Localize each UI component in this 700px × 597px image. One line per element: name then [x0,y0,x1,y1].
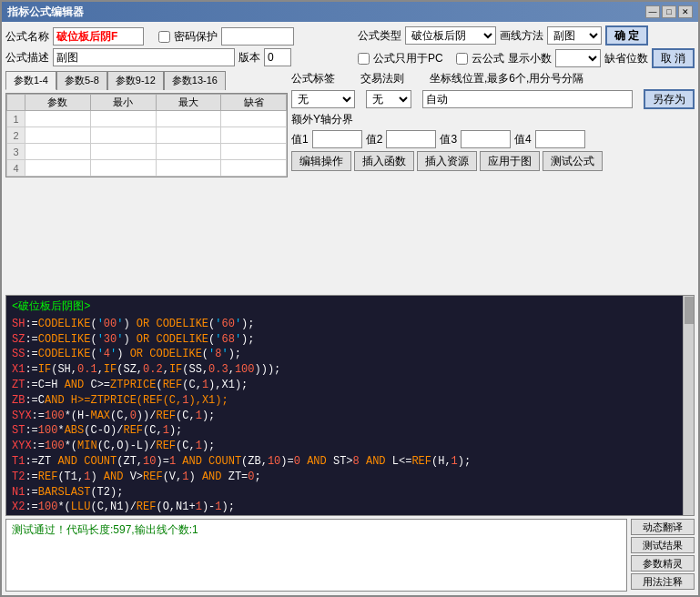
row-2-max [156,127,221,144]
password-input[interactable] [221,27,294,46]
cancel-button[interactable]: 取 消 [652,48,695,68]
table-row: 4 [7,160,287,177]
param-tips-button[interactable]: 参数精灵 [631,555,695,572]
y-axis-values-row: 值1 值2 值3 值4 [291,130,695,148]
col-max-header: 最大 [156,95,221,111]
title-bar-buttons: — □ ✕ [645,5,693,18]
val4-input[interactable] [535,130,585,148]
dynamic-translate-button[interactable]: 动态翻译 [631,519,695,535]
formula-desc-input[interactable] [53,48,235,66]
minimize-button[interactable]: — [645,5,660,18]
test-results-button[interactable]: 测试结果 [631,537,695,553]
formula-type-select[interactable]: 破位板后阴 [405,26,496,45]
apply-to-chart-button[interactable]: 应用于图 [480,151,540,171]
pc-only-checkbox[interactable] [358,53,370,65]
right-panel: 公式标签 交易法则 坐标线位置,最多6个,用分号分隔 无 无 [291,71,695,292]
row-1-max [156,111,221,127]
trade-rule-select[interactable]: 无 [366,90,411,108]
formula-tag-controls-row: 无 无 另存为 [291,89,695,109]
row-4-param-input[interactable] [26,163,89,174]
col-num-header [7,95,25,111]
row-1-default-input[interactable] [222,114,285,125]
code-editor-section: <破位板后阴图>SH:=CODELIKE('00') OR CODELIKE('… [5,295,695,516]
version-input[interactable] [264,48,291,66]
row-4-min-input[interactable] [92,163,155,174]
col-default-header: 缺省 [221,95,287,111]
row-2-default-input[interactable] [222,130,285,141]
row-3-max [156,144,221,160]
tab-params-13-16[interactable]: 参数13-16 [164,71,226,90]
formula-name-row: 公式名称 密码保护 [5,27,354,46]
row-1-param [25,111,91,127]
row-4-default [221,160,287,177]
formula-type-label: 公式类型 [358,28,401,44]
val3-label: 值3 [440,132,457,147]
password-checkbox[interactable] [158,31,170,43]
type-method-row: 公式类型 破位板后阴 画线方法 副图 确 定 [358,25,695,46]
tab-params-5-8[interactable]: 参数5-8 [56,71,107,90]
formula-name-label: 公式名称 [5,29,49,45]
status-text: 测试通过！代码长度:597,输出线个数:1 [12,523,198,536]
insert-resource-button[interactable]: 插入资源 [417,151,477,171]
password-label: 密码保护 [174,29,218,45]
tab-params-9-12[interactable]: 参数9-12 [107,71,164,90]
row-1-param-input[interactable] [26,114,89,125]
row-2-param-input[interactable] [26,130,89,141]
y-axis-row: 额外Y轴分界 [291,112,695,127]
row-2-default [221,127,287,144]
table-row: 3 [7,144,287,160]
insert-func-button[interactable]: 插入函数 [354,151,414,171]
row-3-param [25,144,91,160]
display-decimal-select[interactable] [555,49,601,67]
row-3-default-input[interactable] [222,147,285,157]
draw-method-select[interactable]: 副图 [547,26,602,45]
row-1-min-input[interactable] [92,114,155,125]
confirm-button[interactable]: 确 定 [605,25,648,46]
params-tabs: 参数1-4 参数5-8 参数9-12 参数13-16 [5,71,288,90]
code-area-wrapper: <破位板后阴图>SH:=CODELIKE('00') OR CODELIKE('… [5,295,695,516]
formula-desc-row: 公式描述 版本 [5,48,354,66]
row-1-max-input[interactable] [157,114,220,125]
default-decimal-label: 缺省位数 [604,51,648,66]
coord-input[interactable] [422,90,633,108]
val3-input[interactable] [461,130,511,148]
row-4-max [156,160,221,177]
code-editor[interactable]: <破位板后阴图>SH:=CODELIKE('00') OR CODELIKE('… [6,296,694,515]
formula-name-input[interactable] [53,27,144,46]
params-table: 参数 最小 最大 缺省 1 [6,94,287,177]
row-4-default-input[interactable] [222,163,285,174]
test-formula-button[interactable]: 测试公式 [543,151,603,171]
row-3-max-input[interactable] [157,147,220,157]
vertical-scrollbar[interactable] [683,296,694,515]
row-3-min-input[interactable] [92,147,155,157]
col-param-header: 参数 [25,95,91,111]
scrollbar-thumb[interactable] [685,297,694,324]
row-3-param-input[interactable] [26,147,89,157]
left-panel: 参数1-4 参数5-8 参数9-12 参数13-16 参数 最小 最大 [5,71,288,292]
edit-op-button[interactable]: 编辑操作 [291,151,351,171]
val2-input[interactable] [386,130,436,148]
maximize-button[interactable]: □ [662,5,676,18]
y-axis-label: 额外Y轴分界 [291,112,353,127]
val1-input[interactable] [312,130,362,148]
tab-params-1-4[interactable]: 参数1-4 [5,71,56,90]
row-4-max-input[interactable] [157,163,220,174]
middle-area: 参数1-4 参数5-8 参数9-12 参数13-16 参数 最小 最大 [5,71,695,292]
coord-label: 坐标线位置,最多6个,用分号分隔 [430,71,583,86]
row-2-max-input[interactable] [157,130,220,141]
row-1-default [221,111,287,127]
draw-method-label: 画线方法 [500,28,543,44]
row-3-num: 3 [7,144,25,160]
pc-only-label: 公式只用于PC [373,51,443,66]
cloud-formula-checkbox[interactable] [456,53,468,65]
row-2-param [25,127,91,144]
bottom-panel: 测试通过！代码长度:597,输出线个数:1 动态翻译 测试结果 参数精灵 用法注… [5,519,695,592]
cloud-formula-label: 云公式 [472,51,504,66]
formula-tag-select[interactable]: 无 [291,90,355,108]
status-area: 测试通过！代码长度:597,输出线个数:1 [5,519,627,592]
save-as-button[interactable]: 另存为 [644,89,695,109]
close-button[interactable]: ✕ [678,5,693,18]
usage-notes-button[interactable]: 用法注释 [631,573,695,590]
row-2-min-input[interactable] [92,130,155,141]
row-4-param [25,160,91,177]
